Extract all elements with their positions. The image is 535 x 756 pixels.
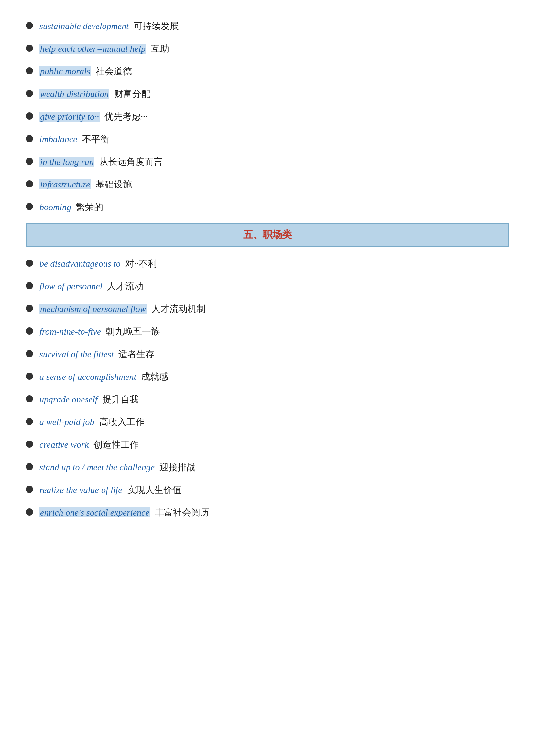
list-item: wealth distribution 财富分配 bbox=[26, 87, 509, 101]
en-phrase: help each other=mutual help bbox=[40, 44, 146, 54]
item-text: survival of the fittest 适者生存 bbox=[40, 347, 155, 361]
en-phrase: in the long run bbox=[40, 157, 95, 167]
item-text: enrich one's social experience 丰富社会阅历 bbox=[40, 506, 209, 519]
en-phrase: public morals bbox=[40, 66, 91, 76]
item-text: realize the value of life 实现人生价值 bbox=[40, 483, 182, 497]
en-phrase: creative work bbox=[40, 440, 89, 449]
zh-translation: 丰富社会阅历 bbox=[155, 507, 209, 518]
en-phrase: give priority to·· bbox=[40, 112, 99, 122]
zh-translation: 优先考虑··· bbox=[104, 112, 148, 122]
bullet-dot bbox=[26, 418, 33, 425]
item-text: wealth distribution 财富分配 bbox=[40, 87, 151, 101]
zh-translation: 对··不利 bbox=[125, 258, 157, 269]
list-item: stand up to / meet the challenge 迎接排战 bbox=[26, 461, 509, 474]
list-item: infrastructure 基础设施 bbox=[26, 178, 509, 191]
bullet-dot bbox=[26, 327, 33, 335]
bullet-dot bbox=[26, 282, 33, 289]
page-wrapper: sustainable development 可持续发展 help each … bbox=[26, 19, 509, 519]
bullet-dot bbox=[26, 90, 33, 97]
en-phrase: infrastructure bbox=[40, 179, 91, 189]
zh-translation: 成就感 bbox=[141, 372, 168, 382]
en-phrase: survival of the fittest bbox=[40, 349, 114, 359]
list-item: in the long run 从长远角度而言 bbox=[26, 155, 509, 169]
section-header-text: 五、职场类 bbox=[243, 229, 292, 240]
list-item: enrich one's social experience 丰富社会阅历 bbox=[26, 506, 509, 519]
zh-translation: 适者生存 bbox=[118, 349, 155, 359]
zh-translation: 提升自我 bbox=[102, 394, 139, 404]
en-phrase: mechanism of personnel flow bbox=[40, 304, 147, 314]
item-text: infrastructure 基础设施 bbox=[40, 178, 132, 191]
item-text: public morals 社会道德 bbox=[40, 65, 132, 78]
list-item: upgrade oneself 提升自我 bbox=[26, 393, 509, 406]
bullet-dot bbox=[26, 113, 33, 120]
bullet-dot bbox=[26, 305, 33, 312]
item-text: imbalance 不平衡 bbox=[40, 132, 109, 146]
list-item: give priority to·· 优先考虑··· bbox=[26, 110, 509, 123]
item-text: booming 繁荣的 bbox=[40, 201, 103, 214]
item-text: help each other=mutual help 互助 bbox=[40, 42, 169, 56]
bullet-dot bbox=[26, 486, 33, 493]
second-list: be disadvantageous to 对··不利 flow of pers… bbox=[26, 257, 509, 519]
list-item: flow of personnel 人才流动 bbox=[26, 280, 509, 293]
zh-translation: 高收入工作 bbox=[99, 417, 145, 427]
zh-translation: 从长远角度而言 bbox=[99, 157, 163, 167]
item-text: creative work 创造性工作 bbox=[40, 438, 139, 451]
bullet-dot bbox=[26, 203, 33, 210]
en-phrase: booming bbox=[40, 202, 71, 212]
bullet-dot bbox=[26, 350, 33, 357]
bullet-dot bbox=[26, 44, 33, 52]
zh-translation: 迎接排战 bbox=[159, 462, 196, 472]
bullet-dot bbox=[26, 441, 33, 448]
zh-translation: 互助 bbox=[151, 44, 169, 54]
item-text: sustainable development 可持续发展 bbox=[40, 19, 179, 33]
list-item: a sense of accomplishment 成就感 bbox=[26, 370, 509, 384]
zh-translation: 财富分配 bbox=[114, 89, 151, 99]
bullet-dot bbox=[26, 395, 33, 402]
bullet-dot bbox=[26, 158, 33, 165]
list-item: creative work 创造性工作 bbox=[26, 438, 509, 451]
list-item: be disadvantageous to 对··不利 bbox=[26, 257, 509, 271]
list-item: mechanism of personnel flow 人才流动机制 bbox=[26, 302, 509, 316]
item-text: a sense of accomplishment 成就感 bbox=[40, 370, 168, 384]
en-phrase: stand up to / meet the challenge bbox=[40, 462, 155, 472]
en-phrase: enrich one's social experience bbox=[40, 507, 150, 518]
zh-translation: 创造性工作 bbox=[94, 440, 139, 449]
zh-translation: 繁荣的 bbox=[76, 202, 103, 212]
zh-translation: 人才流动 bbox=[107, 281, 143, 291]
bullet-dot bbox=[26, 135, 33, 142]
en-phrase: upgrade oneself bbox=[40, 394, 98, 404]
item-text: stand up to / meet the challenge 迎接排战 bbox=[40, 461, 196, 474]
bullet-dot bbox=[26, 22, 33, 29]
item-text: from-nine-to-five 朝九晚五一族 bbox=[40, 325, 160, 338]
list-item: realize the value of life 实现人生价值 bbox=[26, 483, 509, 497]
zh-translation: 社会道德 bbox=[96, 66, 132, 76]
list-item: sustainable development 可持续发展 bbox=[26, 19, 509, 33]
zh-translation: 基础设施 bbox=[96, 179, 132, 189]
item-text: mechanism of personnel flow 人才流动机制 bbox=[40, 302, 206, 316]
bullet-dot bbox=[26, 463, 33, 470]
zh-translation: 实现人生价值 bbox=[127, 485, 182, 495]
en-phrase: wealth distribution bbox=[40, 89, 109, 99]
item-text: upgrade oneself 提升自我 bbox=[40, 393, 139, 406]
item-text: a well-paid job 高收入工作 bbox=[40, 415, 145, 429]
list-item: survival of the fittest 适者生存 bbox=[26, 347, 509, 361]
item-text: be disadvantageous to 对··不利 bbox=[40, 257, 157, 271]
section-header: 五、职场类 bbox=[26, 223, 509, 247]
list-item: from-nine-to-five 朝九晚五一族 bbox=[26, 325, 509, 338]
first-list: sustainable development 可持续发展 help each … bbox=[26, 19, 509, 214]
bullet-dot bbox=[26, 373, 33, 380]
en-phrase: be disadvantageous to bbox=[40, 258, 120, 269]
item-text: give priority to·· 优先考虑··· bbox=[40, 110, 148, 123]
list-item: a well-paid job 高收入工作 bbox=[26, 415, 509, 429]
list-item: booming 繁荣的 bbox=[26, 201, 509, 214]
item-text: in the long run 从长远角度而言 bbox=[40, 155, 163, 169]
bullet-dot bbox=[26, 508, 33, 516]
en-phrase: a well-paid job bbox=[40, 417, 95, 427]
zh-translation: 人才流动机制 bbox=[152, 304, 206, 314]
en-phrase: realize the value of life bbox=[40, 485, 122, 495]
bullet-dot bbox=[26, 259, 33, 267]
list-item: imbalance 不平衡 bbox=[26, 132, 509, 146]
zh-translation: 朝九晚五一族 bbox=[106, 326, 160, 337]
list-item: public morals 社会道德 bbox=[26, 65, 509, 78]
list-item: help each other=mutual help 互助 bbox=[26, 42, 509, 56]
